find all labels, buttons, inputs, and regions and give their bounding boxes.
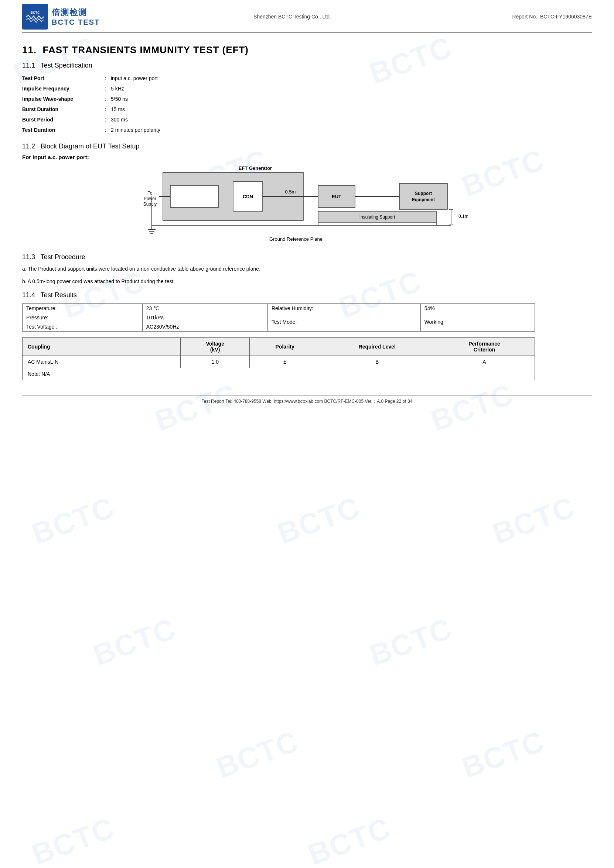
cdn-label: CDN [243,194,253,199]
spec-label: Burst Period [22,115,103,125]
eut-label: EUT [332,194,341,199]
ground-ref-label: Ground Reference Plane [269,236,323,242]
section-11-3-title: 11.3 Test Procedure [22,253,592,261]
spec-value: 15 ms [111,104,125,115]
results-cell: A [434,355,535,368]
results-cell: ± [250,355,320,368]
spec-label: Test Duration [22,125,103,135]
results-col-header: PerformanceCriterion [434,338,535,355]
results-col-header: Coupling [23,338,181,355]
results-cell: 1.0 [181,355,250,368]
env-label: Temperature: [23,304,143,313]
logo-cn-text: 倍测检测 [52,7,100,18]
support-label1: Support [415,191,432,196]
env-label: Pressure: [23,313,143,322]
results-cell: AC MainsL-N [23,355,181,368]
results-table: CouplingVoltage(kV)PolarityRequired Leve… [22,338,535,380]
section-11-2-title: 11.2 Block Diagram of EUT Test Setup [22,143,592,150]
diagram-label: For input a.c. power port: [22,154,592,160]
env-row: Pressure:101kPaTest Mode:Working [23,313,535,322]
procedure-container: a. The Product and support units were lo… [22,265,592,286]
env-val: 101kPa [142,313,267,322]
header-company: Shenzhen BCTC Testing Co., Ltd. [103,14,481,20]
procedure-paragraph: b. A 0.5m-long power cord was attached t… [22,277,592,286]
env-row: Temperature:23 ℃Relative Humidity:54% [23,304,535,313]
spec-value: 5 kHz [111,84,124,94]
eft-inner-box [170,185,218,208]
env-val: AC230V/50Hz [142,322,267,331]
spec-label: Impulse Wave-shape [22,94,103,104]
spec-label: Test Port [22,73,103,84]
spec-row: Impulse Wave-shape : 5/50 ns [22,94,592,104]
spec-row: Test Duration : 2 minutes per polarity [22,125,592,135]
env-label: Relative Humidity: [267,304,420,313]
support-label2: Equipment [412,197,435,202]
spec-colon: : [103,84,111,94]
results-cell: B [320,355,434,368]
logo-text-area: 倍测检测 BCTC TEST [52,7,100,26]
spec-colon: : [103,104,111,115]
block-diagram-svg: EFT Generator CDN To Power Supply 0.5m E… [141,163,473,248]
results-header-row: CouplingVoltage(kV)PolarityRequired Leve… [23,338,535,355]
page-footer: Test Report Tel: 400-788-9558 Web: https… [22,395,592,408]
spec-row: Burst Duration : 15 ms [22,104,592,115]
svg-text:BCTC: BCTC [31,11,40,14]
logo-area: BCTC 倍测检测 BCTC TEST [22,4,103,29]
procedure-paragraph: a. The Product and support units were lo… [22,265,592,274]
bctc-logo-icon: BCTC [24,6,46,28]
to-power-label: To [148,191,152,196]
results-table-container: CouplingVoltage(kV)PolarityRequired Leve… [22,338,592,380]
logo-en-text: BCTC TEST [52,18,100,26]
distance-label: 0.5m [285,189,296,195]
spec-table: Test Port : input a.c. power portImpulse… [22,73,592,135]
env-table: Temperature:23 ℃Relative Humidity:54%Pre… [22,304,535,332]
insulating-label: Insulating Support [359,214,395,220]
to-power-label3: Supply [143,202,157,207]
note-cell: Note: N/A [23,368,535,380]
spec-value: 300 ms [111,115,128,125]
spec-row: Test Port : input a.c. power port [22,73,592,84]
section-11-1-title: 11.1 Test Specification [22,62,592,70]
svg-rect-0 [24,6,46,28]
env-val: 23 ℃ [142,304,267,313]
results-col-header: Polarity [250,338,320,355]
note-row: Note: N/A [23,368,535,380]
spec-value: 5/50 ns [111,94,128,104]
env-table-container: Temperature:23 ℃Relative Humidity:54%Pre… [22,304,592,332]
support-box [399,183,448,209]
header-report-no: Report No.: BCTC-FY190603087E [481,14,592,20]
spec-row: Burst Period : 300 ms [22,115,592,125]
diagram-area: EFT Generator CDN To Power Supply 0.5m E… [22,163,592,248]
spec-colon: : [103,73,111,84]
spec-colon: : [103,94,111,104]
spec-colon: : [103,125,111,135]
to-power-label2: Power [144,196,156,201]
spec-row: Impulse Frequency : 5 kHz [22,84,592,94]
page-header: BCTC 倍测检测 BCTC TEST Shenzhen BCTC Testin… [22,0,592,33]
spec-label: Impulse Frequency [22,84,103,94]
section-11-title: 11. FAST TRANSIENTS IMMUNITY TEST (EFT) [22,44,592,56]
spec-colon: : [103,115,111,125]
spec-label: Burst Duration [22,104,103,115]
spec-value: 2 minutes per polarity [111,125,160,135]
env-val: Working [420,313,535,331]
spec-value: input a.c. power port [111,73,158,84]
logo-box: BCTC [22,4,48,29]
eft-generator-label: EFT Generator [239,166,272,171]
results-data-row: AC MainsL-N1.0±BA [23,355,535,368]
height-label: 0.1m [459,214,468,219]
results-col-header: Required Level [320,338,434,355]
env-label: Test Voltage : [23,322,143,331]
results-col-header: Voltage(kV) [181,338,250,355]
env-label: Test Mode: [267,313,420,331]
env-val: 54% [420,304,535,313]
section-11-4-title: 11.4 Test Results [22,291,592,299]
